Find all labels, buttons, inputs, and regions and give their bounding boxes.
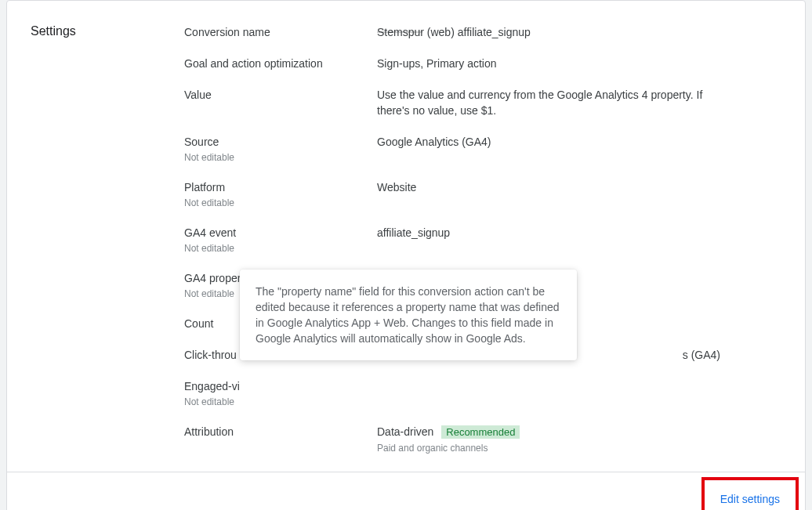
property-name-tooltip: The "property name" field for this conve… <box>240 269 577 360</box>
label-text: Value <box>184 87 377 103</box>
value-goal: Sign-ups, Primary action <box>377 56 738 71</box>
attribution-value: Data-driven <box>377 425 433 438</box>
row-source: Source Not editable Google Analytics (GA… <box>184 134 781 164</box>
label-text: Platform <box>184 179 377 195</box>
value-conversion-name: Stemspur (web) affiliate_signup <box>377 24 738 40</box>
label-text: Source <box>184 134 377 150</box>
label-text: Engaged-vi <box>184 378 377 394</box>
not-editable-text: Not editable <box>184 396 377 408</box>
row-value: Value Use the value and currency from th… <box>184 87 781 118</box>
label-text: Conversion name <box>184 24 377 40</box>
label-platform: Platform Not editable <box>184 179 377 209</box>
settings-table: Conversion name Stemspur (web) affiliate… <box>184 24 781 458</box>
row-engaged-view: Engaged-vi Not editable <box>184 378 781 408</box>
not-editable-text: Not editable <box>184 151 377 164</box>
section-title: Settings <box>31 24 184 458</box>
label-conversion-name: Conversion name <box>184 24 377 40</box>
value-source: Google Analytics (GA4) <box>377 134 738 164</box>
label-text: Attribution <box>184 424 377 439</box>
row-conversion-name: Conversion name Stemspur (web) affiliate… <box>184 24 781 40</box>
label-engaged-view: Engaged-vi Not editable <box>184 378 377 408</box>
label-text: GA4 event <box>184 225 377 241</box>
label-source: Source Not editable <box>184 134 377 164</box>
row-platform: Platform Not editable Website <box>184 179 781 209</box>
value-ga4-event: affiliate_signup <box>377 225 738 255</box>
row-attribution: Attribution Data-driven Recommended Paid… <box>184 424 781 454</box>
row-ga4-event: GA4 event Not editable affiliate_signup <box>184 225 781 255</box>
not-editable-text: Not editable <box>184 197 377 209</box>
value-platform: Website <box>377 179 738 209</box>
settings-card: Settings Conversion name Stemspur (web) … <box>6 0 806 510</box>
row-goal: Goal and action optimization Sign-ups, P… <box>184 56 781 71</box>
label-goal: Goal and action optimization <box>184 56 377 71</box>
settings-content: Settings Conversion name Stemspur (web) … <box>7 1 805 472</box>
attribution-subvalue: Paid and organic channels <box>377 442 738 454</box>
label-value: Value <box>184 87 377 118</box>
actions-bar: Edit settings <box>7 472 805 510</box>
value-attribution: Data-driven Recommended Paid and organic… <box>377 424 738 454</box>
value-text: (web) affiliate_signup <box>424 26 531 38</box>
edit-settings-highlight: Edit settings <box>701 477 799 510</box>
label-attribution: Attribution <box>184 424 377 454</box>
not-editable-text: Not editable <box>184 242 377 255</box>
struck-prefix: Stemspur <box>377 24 424 40</box>
label-text: Goal and action optimization <box>184 56 377 71</box>
label-ga4-event: GA4 event Not editable <box>184 225 377 255</box>
value-engaged-view <box>377 378 738 408</box>
recommended-badge: Recommended <box>441 425 520 439</box>
edit-settings-button[interactable]: Edit settings <box>709 486 791 510</box>
value-value: Use the value and currency from the Goog… <box>377 87 738 118</box>
